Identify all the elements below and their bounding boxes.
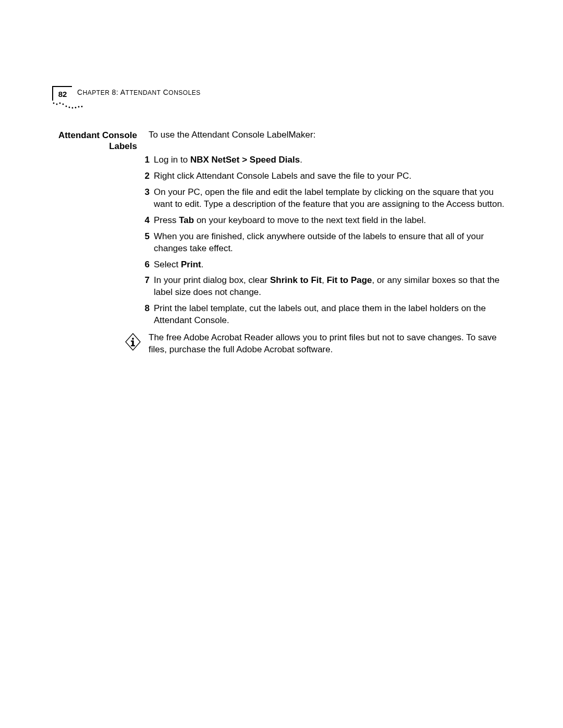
svg-point-7: [75, 107, 77, 108]
page-content: 82 CHAPTER 8: ATTENDANT CONSOLES Attenda…: [52, 86, 511, 356]
step-number: 8: [139, 303, 150, 315]
svg-rect-13: [131, 341, 133, 342]
step-number: 5: [139, 231, 150, 243]
step-item: 7 In your print dialog box, clear Shrink…: [139, 275, 511, 299]
svg-point-6: [72, 107, 74, 109]
step-number: 4: [139, 215, 150, 227]
step-item: 6 Select Print.: [139, 259, 511, 271]
section-content: To use the Attendant Console LabelMaker:…: [149, 129, 511, 356]
step-body: Print the label template, cut the labels…: [154, 303, 511, 327]
svg-rect-14: [131, 345, 135, 346]
note-text: The free Adobe Acrobat Reader allows you…: [149, 332, 511, 356]
svg-point-2: [59, 103, 61, 104]
section-title-line2: Labels: [52, 141, 137, 152]
page-header: 82 CHAPTER 8: ATTENDANT CONSOLES: [52, 86, 511, 101]
content-body: Attendant Console Labels To use the Atte…: [52, 129, 511, 356]
step-item: 4 Press Tab on your keyboard to move to …: [139, 215, 511, 227]
svg-point-0: [53, 103, 55, 104]
step-item: 2 Right click Attendant Console Labels a…: [139, 170, 511, 182]
svg-point-3: [63, 104, 64, 105]
svg-point-8: [78, 106, 80, 108]
step-body: In your print dialog box, clear Shrink t…: [154, 275, 511, 299]
step-number: 7: [139, 275, 150, 287]
svg-point-11: [132, 338, 134, 340]
decorative-dots-icon: [52, 102, 87, 112]
step-number: 2: [139, 170, 150, 182]
svg-point-5: [69, 107, 70, 108]
svg-point-1: [56, 104, 58, 105]
page-number-box: 82: [52, 86, 72, 101]
step-item: 5 When you are finished, click anywhere …: [139, 231, 511, 255]
step-body: Select Print.: [154, 259, 511, 271]
section-heading: Attendant Console Labels: [52, 129, 149, 152]
step-body: On your PC, open the file and edit the l…: [154, 187, 511, 211]
info-note: The free Adobe Acrobat Reader allows you…: [149, 332, 511, 356]
step-item: 3 On your PC, open the file and edit the…: [139, 187, 511, 211]
svg-point-9: [81, 106, 83, 107]
page-number: 82: [58, 90, 67, 98]
chapter-title: CHAPTER 8: ATTENDANT CONSOLES: [77, 86, 201, 96]
section-title-line1: Attendant Console: [52, 130, 137, 141]
step-item: 8 Print the label template, cut the labe…: [139, 303, 511, 327]
step-number: 6: [139, 259, 150, 271]
svg-point-4: [66, 106, 67, 107]
info-icon: [125, 332, 141, 354]
step-body: Log in to NBX NetSet > Speed Dials.: [154, 154, 511, 166]
step-body: Right click Attendant Console Labels and…: [154, 170, 511, 182]
step-number: 3: [139, 187, 150, 199]
step-body: When you are finished, click anywhere ou…: [154, 231, 511, 255]
step-body: Press Tab on your keyboard to move to th…: [154, 215, 511, 227]
step-number: 1: [139, 154, 150, 166]
step-item: 1 Log in to NBX NetSet > Speed Dials.: [139, 154, 511, 166]
intro-text: To use the Attendant Console LabelMaker:: [149, 129, 511, 141]
